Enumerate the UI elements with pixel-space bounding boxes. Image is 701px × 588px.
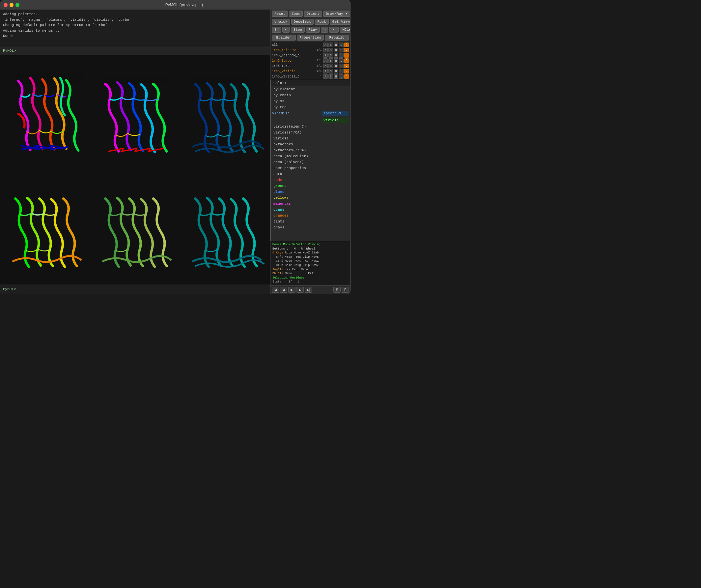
color-by-chain[interactable]: by chain	[271, 92, 350, 98]
obj-btn-S-rainbow-b[interactable]: S	[328, 53, 333, 58]
color-blues[interactable]: blues	[271, 189, 350, 195]
obj-btn-H-all[interactable]: H	[334, 42, 338, 47]
rewind-button[interactable]: |<	[272, 27, 281, 33]
obj-btn-A-rainbow[interactable]: A	[323, 48, 328, 52]
obj-btn-C-all[interactable]: C	[344, 42, 349, 47]
playback-f[interactable]: F	[341, 287, 349, 293]
obj-btn-C-turbo-b[interactable]: C	[344, 64, 349, 68]
spectrum-input[interactable]	[322, 111, 348, 116]
obj-btn-H-turbo-b[interactable]: H	[334, 64, 338, 68]
obj-btn-A-viridis[interactable]: A	[323, 69, 328, 73]
color-reds[interactable]: reds	[271, 177, 350, 183]
console-line-4: Adding viridis to menus...	[3, 28, 267, 34]
color-viridis[interactable]: viridis	[271, 136, 350, 141]
color-cyans[interactable]: cyans	[271, 207, 350, 213]
protein-cell-6[interactable]	[180, 170, 270, 284]
playback-end[interactable]: ▶|	[305, 287, 312, 293]
obj-btn-H-rainbow-b[interactable]: H	[334, 53, 338, 58]
color-bfactors-ca[interactable]: b-factors(*/CA)	[271, 147, 350, 153]
play-button[interactable]: Play	[306, 27, 319, 33]
color-bfactors[interactable]: b-factors	[271, 141, 350, 147]
obj-btn-A-turbo[interactable]: A	[323, 58, 328, 63]
protein-cell-3[interactable]	[180, 55, 270, 170]
obj-name-rainbow: 1rh5_rainbow	[272, 48, 316, 52]
obj-btn-C-rainbow-b[interactable]: C	[344, 53, 349, 58]
color-user-props[interactable]: user properties	[271, 165, 350, 171]
next-button[interactable]: >	[321, 27, 328, 33]
protein-cell-2[interactable]	[90, 55, 180, 170]
obj-btn-S-viridis-b[interactable]: S	[328, 74, 333, 79]
protein-cell-5[interactable]	[90, 170, 180, 284]
color-by-element[interactable]: by element	[271, 86, 350, 92]
obj-btn-S-all[interactable]: S	[328, 42, 333, 47]
color-by-ss[interactable]: by ss	[271, 98, 350, 104]
playback-prev[interactable]: ◀	[280, 287, 287, 293]
protein-cell-1[interactable]	[0, 55, 90, 170]
getview-button[interactable]: Get View	[330, 19, 350, 25]
obj-btn-S-turbo[interactable]: S	[328, 58, 333, 63]
builder-button[interactable]: Builder	[272, 35, 296, 40]
protein-grid	[0, 55, 270, 284]
obj-btn-H-viridis[interactable]: H	[334, 69, 338, 73]
color-viridis-ca[interactable]: viridis(*/CA)	[271, 130, 350, 136]
color-oranges[interactable]: oranges	[271, 213, 350, 218]
viewport[interactable]	[0, 55, 270, 284]
obj-btn-L-rainbow[interactable]: L	[339, 48, 343, 52]
obj-btn-H-turbo[interactable]: H	[334, 58, 338, 63]
viridis-input[interactable]	[322, 118, 348, 123]
obj-btn-A-turbo-b[interactable]: A	[323, 64, 328, 68]
obj-btn-L-turbo[interactable]: L	[339, 58, 343, 63]
unpick-button[interactable]: Unpick	[272, 19, 290, 25]
toolbar-row-4: Builder Properties Rebuild	[270, 34, 350, 41]
obj-btn-A-rainbow-b[interactable]: A	[323, 53, 328, 58]
obj-btn-H-viridis-b[interactable]: H	[334, 74, 338, 79]
stop-button[interactable]: Stop	[291, 27, 305, 33]
color-area-mol[interactable]: area (molecular)	[271, 153, 350, 159]
deselect-button[interactable]: Deselect	[291, 19, 314, 25]
obj-btn-L-rainbow-b[interactable]: L	[339, 53, 343, 58]
properties-button[interactable]: Properties	[297, 35, 324, 40]
color-greens[interactable]: greens	[271, 183, 350, 189]
playback-next[interactable]: ▶	[296, 287, 304, 293]
rebuild-button[interactable]: Rebuild	[325, 35, 349, 40]
minimize-button[interactable]	[10, 3, 13, 7]
rock-button[interactable]: Rock	[314, 19, 328, 25]
obj-btn-S-rainbow[interactable]: S	[328, 48, 333, 52]
orient-button[interactable]: Orient	[304, 11, 322, 17]
mclear-button[interactable]: MClear	[339, 27, 350, 33]
color-tints[interactable]: tints	[271, 218, 350, 224]
drawray-button[interactable]: Draw/Ray ▾	[323, 11, 350, 17]
color-grays[interactable]: grays	[271, 224, 350, 230]
reset-button[interactable]: Reset	[272, 11, 288, 17]
obj-btn-L-all[interactable]: L	[339, 42, 343, 47]
color-area-sol[interactable]: area (solvent)	[271, 159, 350, 165]
obj-btn-L-turbo-b[interactable]: L	[339, 64, 343, 68]
playback-play[interactable]: ▶	[288, 287, 295, 293]
color-yellows[interactable]: yellows	[271, 195, 350, 201]
playback-rewind[interactable]: |◀	[272, 287, 279, 293]
obj-btn-A-viridis-b[interactable]: A	[323, 74, 328, 79]
fastforward-button[interactable]: >|	[329, 27, 338, 33]
maximize-button[interactable]	[15, 3, 19, 7]
color-magentas[interactable]: magentas	[271, 201, 350, 207]
obj-btn-A-all[interactable]: A	[323, 42, 328, 47]
prev-button[interactable]: <	[282, 27, 290, 33]
obj-btn-L-viridis-b[interactable]: L	[339, 74, 343, 79]
color-auto[interactable]: auto	[271, 171, 350, 177]
obj-btn-C-viridis[interactable]: C	[344, 69, 349, 73]
command-input[interactable]	[16, 49, 267, 53]
obj-btn-C-rainbow[interactable]: C	[344, 48, 349, 52]
protein-cell-4[interactable]	[0, 170, 90, 284]
obj-btn-H-rainbow[interactable]: H	[334, 48, 338, 52]
obj-btn-C-turbo[interactable]: C	[344, 58, 349, 63]
playback-s[interactable]: S	[333, 287, 340, 293]
obj-btn-S-viridis[interactable]: S	[328, 69, 333, 73]
obj-btn-L-viridis[interactable]: L	[339, 69, 343, 73]
color-viridis-elem[interactable]: viridis(elem C)	[271, 124, 350, 130]
obj-btn-C-viridis-b[interactable]: C	[344, 74, 349, 79]
zoom-button[interactable]: Zoom	[289, 11, 303, 17]
command-line[interactable]: PyMOL>	[0, 46, 270, 55]
color-by-rep[interactable]: by rep	[271, 104, 350, 110]
close-button[interactable]	[4, 3, 8, 7]
obj-btn-S-turbo-b[interactable]: S	[328, 64, 333, 68]
